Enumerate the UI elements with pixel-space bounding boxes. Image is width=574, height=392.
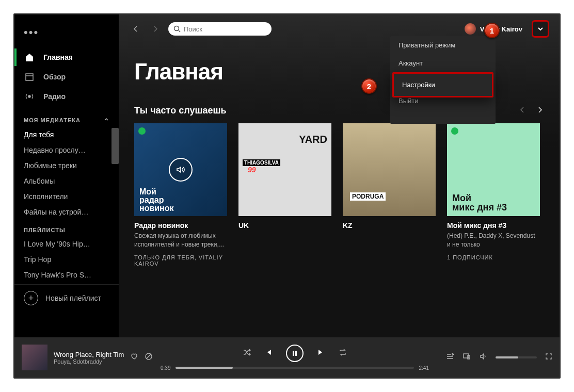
svg-line-10 [147,354,151,358]
library-item-artists[interactable]: Исполнители [14,189,119,204]
card-meta: ТОЛЬКО ДЛЯ ТЕБЯ, VITALIY KAIROV [134,254,227,267]
card-cover: PODRUGA [343,123,436,216]
dropdown-account[interactable]: Аккаунт [390,54,496,72]
search-input[interactable]: Поиск [168,22,272,36]
volume-slider[interactable] [496,356,537,358]
library-item-recent[interactable]: Недавно прослу… [14,142,119,158]
library-item-for-you[interactable]: Для тебя [14,127,119,142]
player-bar: Wrong Place, Right Tim Pouya, Sdotbraddy… [14,337,560,378]
card-subtitle: Свежая музыка от любимых исполнителей и … [134,232,227,249]
chevron-up-icon[interactable] [103,117,109,124]
card-radar[interactable]: Мой радар новинок Радар новинок Свежая м… [134,123,227,267]
carousel-prev-button[interactable] [518,106,527,116]
carousel-next-button[interactable] [536,106,544,116]
card-title: Мой микс дня #3 [447,221,540,230]
svg-point-7 [174,26,179,31]
sidebar-scrollbar[interactable] [111,128,119,164]
dropdown-settings-highlight: Настройки [392,72,493,97]
nav-browse-label: Обзор [43,73,66,81]
more-menu-button[interactable]: ••• [14,14,119,44]
card-cover: YARD THIAGOSILVA 99 [238,123,331,216]
section-often-listen: Ты часто слушаешь Мой радар новинок [119,105,560,267]
search-icon [173,25,181,32]
shuffle-button[interactable] [243,348,251,358]
now-playing-cover[interactable] [22,345,47,370]
search-placeholder: Поиск [184,25,202,33]
chevron-down-icon [536,25,545,33]
card-subtitle: (Hed) P.E., Daddy X, Sevendust и не толь… [447,232,540,249]
like-button[interactable] [130,352,138,363]
card-mix3[interactable]: Мой микс дня #3 Мой микс дня #3 (Hed) P.… [447,123,540,267]
nav-radio[interactable]: Радио [14,87,119,106]
svg-point-6 [28,95,30,97]
playlists-header: ПЛЕЙЛИСТЫ [14,220,119,236]
time-elapsed: 0:39 [161,365,170,371]
nav-forward-button[interactable] [149,22,162,36]
svg-rect-12 [295,351,297,356]
fullscreen-button[interactable] [545,353,552,362]
sound-icon [169,158,193,182]
queue-button[interactable] [446,352,454,363]
devices-button[interactable] [463,352,471,363]
browse-icon [24,71,35,83]
now-playing-artist[interactable]: Pouya, Sdotbraddy [54,358,124,365]
library-header: МОЯ МЕДИАТЕКА [14,109,119,127]
repeat-button[interactable] [339,348,347,358]
nav-home-label: Главная [43,53,73,61]
dropdown-settings[interactable]: Настройки [394,76,492,94]
spotify-badge-icon [451,127,458,135]
svg-line-8 [179,30,180,32]
play-pause-button[interactable] [286,345,304,362]
annotation-1: 1 [484,23,500,38]
library-item-liked[interactable]: Любимые треки [14,158,119,173]
playlist-item[interactable]: I Love My '90s Hip… [14,236,119,252]
user-menu-chevron[interactable] [532,20,549,38]
volume-button[interactable] [479,352,487,363]
home-icon [24,52,35,63]
annotation-2: 2 [361,78,377,94]
card-cover: Мой радар новинок [134,123,227,216]
sidebar: ••• Главная Обзор Радио МОЯ МЕДИАТЕКА Дл… [14,14,119,339]
card-title: UK [238,221,331,230]
prev-button[interactable] [264,348,273,358]
new-playlist-button[interactable]: + Новый плейлист [14,284,119,312]
card-uk[interactable]: YARD THIAGOSILVA 99 UK [238,123,331,267]
block-button[interactable] [145,352,153,363]
now-playing-title[interactable]: Wrong Place, Right Tim [54,351,124,358]
radio-icon [24,91,35,102]
nav-radio-label: Радио [43,92,66,101]
card-cover: Мой микс дня #3 [447,123,540,216]
dropdown-private-mode[interactable]: Приватный режим [390,36,496,54]
library-item-local[interactable]: Файлы на устрой… [14,204,119,220]
card-title: KZ [343,221,436,230]
playlist-item[interactable]: Tony Hawk's Pro S… [14,267,119,283]
progress-bar[interactable] [176,367,413,369]
card-meta: 1 ПОДПИСЧИК [447,254,540,260]
nav-back-button[interactable] [129,22,142,36]
svg-rect-4 [26,74,33,80]
spotify-badge-icon [138,127,146,135]
card-title: Радар новинок [134,221,227,230]
plus-icon: + [24,291,38,305]
card-kz[interactable]: PODRUGA KZ [343,123,436,267]
svg-rect-11 [293,351,294,356]
section-title: Ты часто слушаешь [134,105,227,116]
main-content: Поиск Vitaliy Kairov Главная Ты часто сл… [119,14,560,337]
app-window: ••• Главная Обзор Радио МОЯ МЕДИАТЕКА Дл… [13,13,561,379]
library-item-albums[interactable]: Альбомы [14,173,119,189]
nav-home[interactable]: Главная [14,47,119,67]
next-button[interactable] [317,348,325,358]
time-total: 2:41 [419,365,429,371]
avatar [465,23,476,35]
nav-browse[interactable]: Обзор [14,67,119,87]
playlist-item[interactable]: Trip Hop [14,252,119,267]
